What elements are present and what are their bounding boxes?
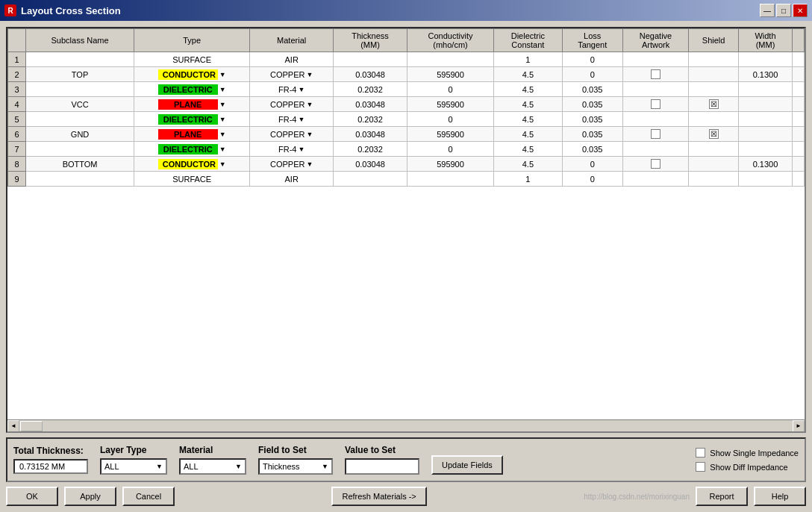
negative-artwork-cell[interactable] (622, 157, 688, 172)
scroll-left-btn[interactable]: ◄ (7, 420, 19, 432)
material-dropdown-arrow[interactable]: ▼ (298, 86, 304, 93)
help-button[interactable]: Help (754, 487, 806, 506)
restore-button[interactable]: □ (776, 4, 791, 17)
material-dropdown-arrow[interactable]: ▼ (306, 160, 313, 168)
thickness-cell[interactable]: 0.03048 (334, 97, 407, 112)
subclass-cell[interactable] (26, 82, 134, 97)
layer-type-select[interactable]: ALL ▼ (100, 458, 167, 475)
subclass-cell[interactable] (26, 52, 134, 67)
diff-impedance-checkbox[interactable] (696, 462, 705, 472)
shield-checkbox[interactable]: ☒ (709, 99, 719, 109)
table-row[interactable]: 2TOPCONDUCTOR▼COPPER▼0.030485959004.500.… (8, 67, 805, 82)
table-row[interactable]: 3DIELECTRIC▼FR-4▼0.203204.50.035 (8, 82, 805, 97)
thickness-cell[interactable]: 0.03048 (334, 127, 407, 142)
shield-cell[interactable]: ☒ (689, 97, 739, 112)
type-cell[interactable]: SURFACE (134, 172, 250, 187)
width-cell[interactable] (738, 97, 792, 112)
width-cell[interactable] (738, 82, 792, 97)
type-dropdown-arrow[interactable]: ▼ (219, 146, 226, 153)
thickness-cell[interactable]: 0.03048 (334, 67, 407, 82)
type-cell[interactable]: PLANE▼ (134, 127, 250, 142)
close-button[interactable]: ✕ (793, 4, 808, 17)
material-cell[interactable]: COPPER▼ (250, 157, 334, 172)
show-diff-impedance-check[interactable]: Show Diff Impedance (696, 462, 799, 472)
type-cell[interactable]: PLANE▼ (134, 97, 250, 112)
shield-cell[interactable] (689, 112, 739, 127)
thickness-cell[interactable]: 0.2032 (334, 112, 407, 127)
width-cell[interactable]: 0.1300 (738, 67, 792, 82)
negative-artwork-cell[interactable] (622, 142, 688, 157)
subclass-cell[interactable] (26, 112, 134, 127)
table-row[interactable]: 8BOTTOMCONDUCTOR▼COPPER▼0.030485959004.5… (8, 157, 805, 172)
negative-artwork-checkbox[interactable] (651, 99, 660, 109)
subclass-cell[interactable]: BOTTOM (26, 157, 134, 172)
material-dropdown-arrow[interactable]: ▼ (298, 116, 304, 123)
material-cell[interactable]: FR-4▼ (250, 82, 334, 97)
minimize-button[interactable]: — (760, 4, 775, 17)
material-cell[interactable]: COPPER▼ (250, 67, 334, 82)
shield-cell[interactable] (689, 67, 739, 82)
material-cell[interactable]: AIR (250, 52, 334, 67)
material-cell[interactable]: FR-4▼ (250, 112, 334, 127)
table-row[interactable]: 5DIELECTRIC▼FR-4▼0.203204.50.035 (8, 112, 805, 127)
shield-cell[interactable] (689, 52, 739, 67)
type-dropdown-arrow[interactable]: ▼ (219, 160, 226, 168)
type-cell[interactable]: DIELECTRIC▼ (134, 142, 250, 157)
field-to-set-select[interactable]: Thickness ▼ (258, 458, 333, 475)
subclass-cell[interactable]: GND (26, 127, 134, 142)
negative-artwork-cell[interactable] (622, 52, 688, 67)
negative-artwork-cell[interactable] (622, 82, 688, 97)
material-cell[interactable]: COPPER▼ (250, 127, 334, 142)
type-cell[interactable]: CONDUCTOR▼ (134, 157, 250, 172)
thickness-cell[interactable]: 0.2032 (334, 142, 407, 157)
material-cell[interactable]: FR-4▼ (250, 142, 334, 157)
table-row[interactable]: 9SURFACEAIR10 (8, 172, 805, 187)
negative-artwork-checkbox[interactable] (651, 129, 660, 139)
negative-artwork-checkbox[interactable] (651, 159, 660, 169)
single-impedance-checkbox[interactable] (696, 448, 705, 458)
material-cell[interactable]: AIR (250, 172, 334, 187)
value-to-set-input[interactable] (345, 458, 419, 475)
apply-button[interactable]: Apply (64, 487, 116, 506)
width-cell[interactable] (738, 52, 792, 67)
thickness-cell[interactable]: 0.2032 (334, 82, 407, 97)
negative-artwork-cell[interactable] (622, 172, 688, 187)
material-dropdown-arrow[interactable]: ▼ (298, 146, 304, 153)
subclass-cell[interactable] (26, 142, 134, 157)
width-cell[interactable] (738, 127, 792, 142)
refresh-materials-button[interactable]: Refresh Materials -> (331, 487, 426, 506)
show-single-impedance-check[interactable]: Show Single Impedance (696, 448, 799, 458)
type-dropdown-arrow[interactable]: ▼ (219, 101, 226, 108)
material-select[interactable]: ALL ▼ (179, 458, 246, 475)
width-cell[interactable] (738, 142, 792, 157)
thickness-cell[interactable] (334, 172, 407, 187)
subclass-cell[interactable]: VCC (26, 97, 134, 112)
type-dropdown-arrow[interactable]: ▼ (219, 71, 226, 78)
type-dropdown-arrow[interactable]: ▼ (219, 131, 226, 138)
material-dropdown-arrow[interactable]: ▼ (306, 101, 313, 108)
negative-artwork-cell[interactable] (622, 97, 688, 112)
shield-cell[interactable] (689, 82, 739, 97)
negative-artwork-cell[interactable] (622, 67, 688, 82)
shield-cell[interactable] (689, 142, 739, 157)
cancel-button[interactable]: Cancel (122, 487, 175, 506)
table-row[interactable]: 7DIELECTRIC▼FR-4▼0.203204.50.035 (8, 142, 805, 157)
type-dropdown-arrow[interactable]: ▼ (219, 116, 226, 123)
table-row[interactable]: 4VCCPLANE▼COPPER▼0.030485959004.50.035☒ (8, 97, 805, 112)
width-cell[interactable] (738, 172, 792, 187)
width-cell[interactable] (738, 112, 792, 127)
width-cell[interactable]: 0.1300 (738, 157, 792, 172)
material-dropdown-arrow[interactable]: ▼ (306, 131, 313, 138)
material-dropdown-arrow[interactable]: ▼ (306, 71, 313, 78)
negative-artwork-cell[interactable] (622, 127, 688, 142)
type-cell[interactable]: DIELECTRIC▼ (134, 82, 250, 97)
shield-cell[interactable]: ☒ (689, 127, 739, 142)
shield-checkbox[interactable]: ☒ (709, 129, 719, 139)
scroll-right-btn[interactable]: ► (793, 420, 805, 432)
material-cell[interactable]: COPPER▼ (250, 97, 334, 112)
subclass-cell[interactable] (26, 172, 134, 187)
update-fields-button[interactable]: Update Fields (431, 455, 503, 475)
type-cell[interactable]: DIELECTRIC▼ (134, 112, 250, 127)
negative-artwork-checkbox[interactable] (651, 69, 660, 79)
negative-artwork-cell[interactable] (622, 112, 688, 127)
